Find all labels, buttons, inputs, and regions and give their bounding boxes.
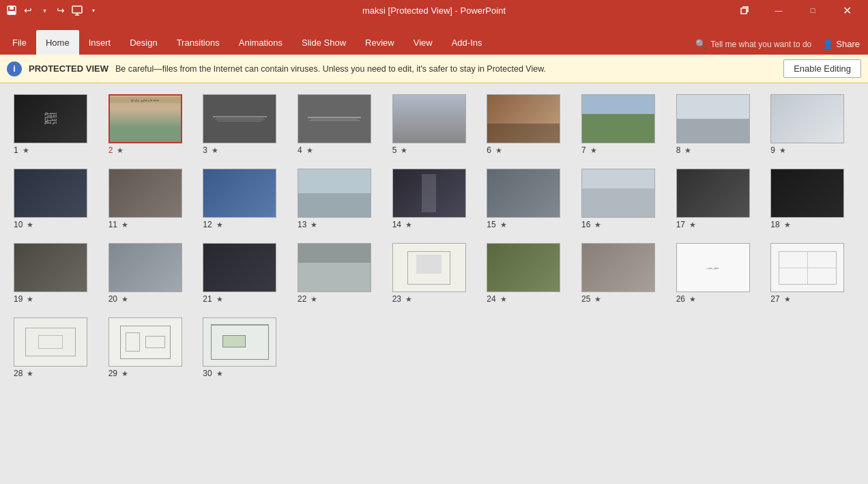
slide-star-13[interactable]: ★: [310, 220, 317, 229]
slide-item-25[interactable]: 25★: [581, 243, 665, 304]
slide-item-11[interactable]: 11★: [108, 169, 192, 229]
slide-star-18[interactable]: ★: [784, 220, 791, 229]
slide-thumb-13[interactable]: [298, 169, 371, 218]
slide-thumb-14[interactable]: [392, 169, 466, 218]
slide-thumb-29[interactable]: [108, 317, 182, 367]
save-icon[interactable]: [5, 4, 18, 16]
slide-star-8[interactable]: ★: [684, 146, 691, 155]
slide-star-7[interactable]: ★: [590, 146, 597, 155]
slide-star-28[interactable]: ★: [27, 369, 33, 378]
slide-thumb-10[interactable]: [14, 169, 87, 218]
tab-design[interactable]: Design: [120, 30, 167, 55]
slide-thumb-5[interactable]: [392, 94, 466, 143]
slide-star-27[interactable]: ★: [784, 295, 791, 304]
slide-star-12[interactable]: ★: [216, 220, 223, 229]
quick-access-dropdown[interactable]: ▾: [87, 4, 100, 16]
slide-star-15[interactable]: ★: [500, 220, 507, 229]
tab-insert[interactable]: Insert: [79, 30, 121, 55]
slide-star-5[interactable]: ★: [401, 146, 407, 155]
ribbon-search[interactable]: 🔍 Tell me what you want to do: [690, 36, 817, 52]
slide-thumb-1[interactable]: ﷽: [14, 94, 87, 143]
slide-item-1[interactable]: ﷽1★: [14, 94, 98, 155]
slide-thumb-19[interactable]: [14, 243, 87, 292]
tab-slideshow[interactable]: Slide Show: [292, 30, 356, 55]
slide-item-9[interactable]: 9★: [770, 94, 854, 155]
slide-item-20[interactable]: 20★: [108, 243, 192, 304]
slide-item-30[interactable]: 30★: [203, 317, 287, 378]
slide-star-30[interactable]: ★: [216, 369, 223, 378]
slide-thumb-18[interactable]: [770, 169, 844, 218]
tab-review[interactable]: Review: [356, 30, 404, 55]
slide-item-21[interactable]: 21★: [203, 243, 287, 304]
slide-thumb-27[interactable]: [770, 243, 844, 292]
slide-star-6[interactable]: ★: [495, 146, 502, 155]
slide-star-10[interactable]: ★: [27, 220, 33, 229]
slide-thumb-11[interactable]: [108, 169, 182, 218]
slide-star-2[interactable]: ★: [117, 146, 124, 155]
tab-transitions[interactable]: Transitions: [167, 30, 229, 55]
slide-item-3[interactable]: 3★: [203, 94, 287, 155]
slide-item-15[interactable]: 15★: [487, 169, 570, 229]
slide-thumb-30[interactable]: [203, 317, 276, 367]
slide-star-3[interactable]: ★: [212, 146, 218, 155]
slide-item-22[interactable]: 22★: [298, 243, 381, 304]
slide-item-17[interactable]: 17★: [676, 169, 760, 229]
slide-star-14[interactable]: ★: [405, 220, 412, 229]
undo-icon[interactable]: ↩: [22, 4, 34, 16]
slide-item-27[interactable]: 27★: [770, 243, 854, 304]
slide-item-13[interactable]: 13★: [298, 169, 381, 229]
maximize-icon[interactable]: □: [797, 0, 828, 20]
slide-item-14[interactable]: 14★: [392, 169, 476, 229]
slide-thumb-24[interactable]: [487, 243, 560, 292]
presentation-icon[interactable]: [71, 4, 83, 16]
slide-star-29[interactable]: ★: [121, 369, 128, 378]
slide-item-19[interactable]: 19★: [14, 243, 98, 304]
slide-thumb-23[interactable]: [392, 243, 466, 292]
slide-star-25[interactable]: ★: [594, 295, 601, 304]
slide-thumb-25[interactable]: [581, 243, 655, 292]
slide-thumb-9[interactable]: [770, 94, 844, 143]
slide-item-12[interactable]: 12★: [203, 169, 287, 229]
slide-star-1[interactable]: ★: [23, 146, 29, 155]
slide-thumb-7[interactable]: [581, 94, 655, 143]
slide-star-23[interactable]: ★: [405, 295, 412, 304]
slide-thumb-6[interactable]: [487, 94, 560, 143]
slide-star-16[interactable]: ★: [594, 220, 601, 229]
share-button[interactable]: 👤 Share: [817, 36, 865, 52]
slide-thumb-2[interactable]: نقشه ها و تصاویر برای باغ: [108, 94, 182, 143]
slide-thumb-16[interactable]: [581, 169, 655, 218]
tab-addins[interactable]: Add-Ins: [442, 30, 492, 55]
close-icon[interactable]: ✕: [831, 0, 863, 20]
slide-item-5[interactable]: 5★: [392, 94, 476, 155]
slide-item-29[interactable]: 29★: [108, 317, 192, 378]
slide-thumb-3[interactable]: [203, 94, 276, 143]
slide-item-16[interactable]: 16★: [581, 169, 665, 229]
slide-item-6[interactable]: 6★: [487, 94, 570, 155]
slide-item-24[interactable]: 24★: [487, 243, 570, 304]
slide-star-19[interactable]: ★: [27, 295, 33, 304]
slide-thumb-26[interactable]: تحلیل سایت: [676, 243, 750, 292]
redo-icon[interactable]: ↪: [55, 4, 67, 16]
slide-thumb-20[interactable]: [108, 243, 182, 292]
slide-item-18[interactable]: 18★: [770, 169, 854, 229]
tab-file[interactable]: File: [3, 30, 36, 55]
tab-view[interactable]: View: [404, 30, 442, 55]
minimize-icon[interactable]: —: [763, 0, 794, 20]
slide-star-20[interactable]: ★: [121, 295, 128, 304]
slide-thumb-28[interactable]: [14, 317, 87, 367]
enable-editing-button[interactable]: Enable Editing: [783, 59, 861, 78]
slide-item-8[interactable]: 8★: [676, 94, 760, 155]
slide-star-4[interactable]: ★: [306, 146, 313, 155]
slide-star-24[interactable]: ★: [500, 295, 507, 304]
slide-item-28[interactable]: 28★: [14, 317, 98, 378]
slide-item-4[interactable]: 4★: [298, 94, 381, 155]
slide-thumb-22[interactable]: [298, 243, 371, 292]
slide-thumb-12[interactable]: [203, 169, 276, 218]
slide-thumb-17[interactable]: [676, 169, 750, 218]
slide-item-10[interactable]: 10★: [14, 169, 98, 229]
slide-star-11[interactable]: ★: [121, 220, 128, 229]
restore-window-icon[interactable]: [729, 0, 760, 20]
slide-star-9[interactable]: ★: [779, 146, 786, 155]
slide-item-2[interactable]: نقشه ها و تصاویر برای باغ2★: [108, 94, 192, 155]
slide-item-26[interactable]: تحلیل سایت26★: [676, 243, 760, 304]
